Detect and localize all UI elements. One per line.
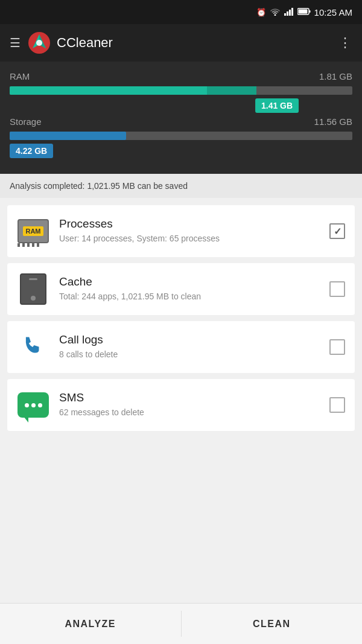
ram-total: 1.81 GB bbox=[319, 71, 352, 81]
ram-bar-container bbox=[10, 86, 352, 95]
status-icons: ⏰ 10:25 AM bbox=[256, 7, 352, 18]
analysis-text: Analysis completed: 1,021.95 MB can be s… bbox=[10, 181, 188, 191]
alarm-icon: ⏰ bbox=[256, 8, 266, 17]
sms-subtitle: 62 messages to delete bbox=[59, 407, 320, 419]
ram-used-label: 1.41 GB bbox=[255, 98, 299, 113]
analysis-banner: Analysis completed: 1,021.95 MB can be s… bbox=[0, 174, 362, 198]
sms-title: SMS bbox=[59, 391, 320, 404]
processes-icon-container: RAM bbox=[17, 215, 49, 247]
clean-button[interactable]: CLEAN bbox=[182, 604, 363, 644]
more-icon[interactable]: ⋮ bbox=[338, 35, 352, 51]
ram-bar-wrapper: 1.41 GB bbox=[10, 86, 352, 95]
sms-bubble-icon bbox=[17, 392, 49, 418]
storage-total: 11.56 GB bbox=[314, 116, 352, 127]
ram-label: RAM bbox=[10, 71, 30, 81]
cache-subtitle: Total: 244 apps, 1,021.95 MB to clean bbox=[59, 291, 320, 303]
list-item-cache[interactable]: Cache Total: 244 apps, 1,021.95 MB to cl… bbox=[7, 263, 355, 315]
processes-checkbox[interactable]: ✓ bbox=[329, 223, 345, 239]
storage-bar-wrapper: 4.22 GB bbox=[10, 132, 352, 140]
svg-rect-0 bbox=[284, 13, 286, 16]
processes-title: Processes bbox=[59, 217, 320, 231]
svg-rect-3 bbox=[291, 8, 293, 16]
analyze-button[interactable]: ANALYZE bbox=[0, 604, 181, 644]
storage-bar-container bbox=[10, 132, 352, 140]
storage-label: Storage bbox=[10, 116, 42, 127]
storage-bar-fill bbox=[10, 132, 126, 140]
item-list: RAM Processes User: 14 processes, System… bbox=[0, 198, 362, 437]
cache-icon-container bbox=[17, 273, 49, 305]
sms-text: SMS 62 messages to delete bbox=[59, 391, 320, 419]
ram-bar-used bbox=[207, 86, 256, 95]
app-title: CCleaner bbox=[57, 35, 338, 51]
main-section: RAM 1.81 GB 1.41 GB Storage 11.56 GB 4.2… bbox=[0, 62, 362, 174]
sms-checkbox[interactable] bbox=[329, 397, 345, 413]
calllogs-checkbox[interactable] bbox=[329, 339, 345, 355]
signal-icon bbox=[284, 7, 294, 18]
processes-text: Processes User: 14 processes, System: 65… bbox=[59, 217, 320, 245]
processes-subtitle: User: 14 processes, System: 65 processes bbox=[59, 233, 320, 245]
phone-call-icon bbox=[19, 333, 47, 361]
app-header: ☰ CCleaner ⋮ bbox=[0, 24, 362, 62]
svg-rect-6 bbox=[298, 9, 307, 13]
status-bar: ⏰ 10:25 AM bbox=[0, 0, 362, 24]
svg-rect-2 bbox=[289, 10, 291, 16]
storage-used-label: 4.22 GB bbox=[10, 144, 53, 158]
ram-pins bbox=[17, 243, 39, 247]
list-item-processes[interactable]: RAM Processes User: 14 processes, System… bbox=[7, 205, 355, 257]
hamburger-icon[interactable]: ☰ bbox=[10, 36, 21, 50]
calllogs-title: Call logs bbox=[59, 333, 320, 346]
svg-rect-1 bbox=[287, 11, 288, 16]
bottom-bar: ANALYZE CLEAN bbox=[0, 603, 362, 644]
sms-icon-container bbox=[17, 389, 49, 421]
status-time: 10:25 AM bbox=[314, 7, 352, 18]
app-logo bbox=[28, 31, 51, 54]
battery-icon bbox=[297, 8, 311, 17]
sms-dots bbox=[25, 403, 42, 407]
calllogs-icon-container bbox=[17, 331, 49, 363]
svg-point-8 bbox=[36, 40, 42, 46]
calllogs-text: Call logs 8 calls to delete bbox=[59, 333, 320, 361]
storage-section: Storage 11.56 GB 4.22 GB bbox=[10, 116, 352, 140]
ram-section-header: RAM 1.81 GB bbox=[10, 71, 352, 81]
ram-bar-fill bbox=[10, 86, 256, 95]
cache-checkbox[interactable] bbox=[329, 281, 345, 297]
cache-title: Cache bbox=[59, 275, 320, 289]
svg-rect-5 bbox=[309, 10, 310, 13]
list-item-calllogs[interactable]: Call logs 8 calls to delete bbox=[7, 321, 355, 373]
wifi-icon bbox=[270, 7, 281, 18]
calllogs-subtitle: 8 calls to delete bbox=[59, 349, 320, 361]
checkmark-icon: ✓ bbox=[334, 226, 341, 237]
list-item-sms[interactable]: SMS 62 messages to delete bbox=[7, 379, 355, 431]
storage-section-header: Storage 11.56 GB bbox=[10, 116, 352, 127]
ram-chip-icon: RAM bbox=[17, 219, 49, 243]
cache-text: Cache Total: 244 apps, 1,021.95 MB to cl… bbox=[59, 275, 320, 303]
phone-device-icon bbox=[20, 273, 46, 305]
